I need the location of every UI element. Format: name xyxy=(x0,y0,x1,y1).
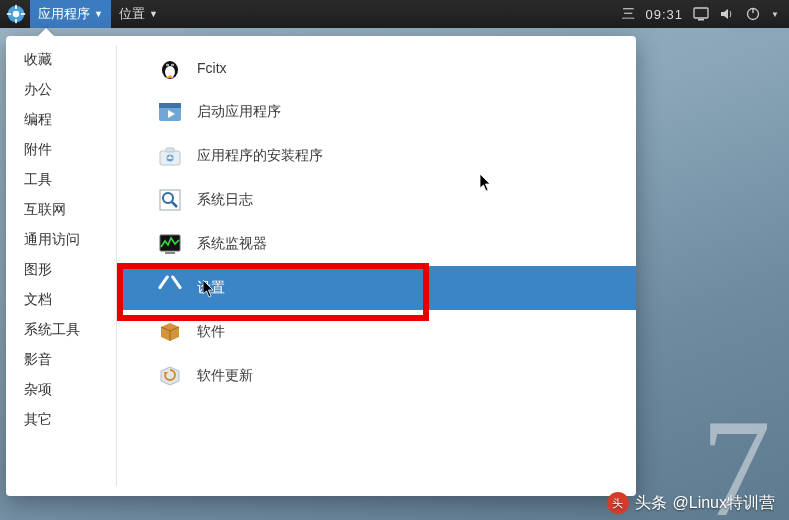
category-multimedia[interactable]: 影音 xyxy=(24,350,104,368)
category-development[interactable]: 编程 xyxy=(24,110,104,128)
app-label: 软件 xyxy=(197,323,225,341)
app-item-software-update[interactable]: 软件更新 xyxy=(117,354,636,398)
svg-point-14 xyxy=(167,65,168,66)
penguin-icon xyxy=(157,55,183,81)
svg-point-31 xyxy=(168,286,172,290)
software-icon xyxy=(157,319,183,345)
svg-rect-23 xyxy=(168,157,173,159)
distro-icon xyxy=(6,4,26,24)
app-item-software[interactable]: 软件 xyxy=(117,310,636,354)
category-universal-access[interactable]: 通用访问 xyxy=(24,230,104,248)
category-tools[interactable]: 工具 xyxy=(24,170,104,188)
app-item-settings[interactable]: 设置 xyxy=(117,266,636,310)
category-system-tools[interactable]: 系统工具 xyxy=(24,320,104,338)
app-label: 软件更新 xyxy=(197,367,253,385)
app-item-startup-apps[interactable]: 启动应用程序 xyxy=(117,90,636,134)
category-other[interactable]: 其它 xyxy=(24,410,104,428)
app-label: 启动应用程序 xyxy=(197,103,281,121)
app-label: 系统日志 xyxy=(197,191,253,209)
category-office[interactable]: 办公 xyxy=(24,80,104,98)
category-misc[interactable]: 杂项 xyxy=(24,380,104,398)
settings-icon xyxy=(157,275,183,301)
svg-rect-6 xyxy=(694,8,708,18)
watermark-handle: @Linux特训营 xyxy=(673,493,776,514)
svg-point-1 xyxy=(13,11,20,18)
watermark-badge-icon: 头 xyxy=(607,492,629,514)
caret-down-icon: ▼ xyxy=(149,9,158,19)
app-label: Fcitx xyxy=(197,60,227,76)
installer-icon xyxy=(157,143,183,169)
app-item-fcitx[interactable]: Fcitx xyxy=(117,46,636,90)
top-panel: 应用程序 ▼ 位置 ▼ 三 09:31 ▼ xyxy=(0,0,789,28)
power-icon[interactable] xyxy=(745,6,761,22)
caret-down-icon: ▼ xyxy=(771,10,779,19)
app-label: 设置 xyxy=(197,279,225,297)
category-favorites[interactable]: 收藏 xyxy=(24,50,104,68)
search-log-icon xyxy=(157,187,183,213)
watermark: 头 头条 @Linux特训营 xyxy=(607,492,776,514)
panel-status-area: 三 09:31 ▼ xyxy=(622,5,789,23)
app-item-system-monitor[interactable]: 系统监视器 xyxy=(117,222,636,266)
applications-menu-button[interactable]: 应用程序 ▼ xyxy=(30,0,111,28)
svg-rect-30 xyxy=(171,275,183,290)
svg-rect-5 xyxy=(21,13,25,15)
watermark-prefix: 头条 xyxy=(635,493,667,514)
panel-weekday[interactable]: 三 xyxy=(622,5,636,23)
application-list: Fcitx 启动应用程序 应用程序的安装程序 系统日志 系统监视器 xyxy=(117,36,636,496)
app-label: 系统监视器 xyxy=(197,235,267,253)
svg-rect-7 xyxy=(698,19,704,21)
svg-rect-2 xyxy=(15,5,17,9)
applications-menu-label: 应用程序 xyxy=(38,5,90,23)
category-internet[interactable]: 互联网 xyxy=(24,200,104,218)
app-item-system-log[interactable]: 系统日志 xyxy=(117,178,636,222)
svg-rect-4 xyxy=(7,13,11,15)
app-label: 应用程序的安装程序 xyxy=(197,147,323,165)
popover-arrow xyxy=(38,28,54,36)
category-accessories[interactable]: 附件 xyxy=(24,140,104,158)
svg-point-15 xyxy=(172,65,173,66)
monitor-icon xyxy=(157,231,183,257)
svg-rect-9 xyxy=(752,8,753,13)
svg-rect-17 xyxy=(159,103,181,108)
category-list: 收藏 办公 编程 附件 工具 互联网 通用访问 图形 文档 系统工具 影音 杂项… xyxy=(6,36,116,496)
places-menu-button[interactable]: 位置 ▼ xyxy=(111,0,166,28)
panel-clock[interactable]: 09:31 xyxy=(646,7,684,22)
category-documents[interactable]: 文档 xyxy=(24,290,104,308)
volume-icon[interactable] xyxy=(719,6,735,22)
display-icon[interactable] xyxy=(693,6,709,22)
svg-rect-28 xyxy=(165,252,175,254)
svg-rect-3 xyxy=(15,19,17,23)
svg-rect-29 xyxy=(158,275,170,290)
applications-popover: 收藏 办公 编程 附件 工具 互联网 通用访问 图形 文档 系统工具 影音 杂项… xyxy=(6,36,636,496)
app-item-installer[interactable]: 应用程序的安装程序 xyxy=(117,134,636,178)
launch-apps-icon xyxy=(157,99,183,125)
category-graphics[interactable]: 图形 xyxy=(24,260,104,278)
svg-rect-20 xyxy=(166,148,174,152)
places-menu-label: 位置 xyxy=(119,5,145,23)
caret-down-icon: ▼ xyxy=(94,9,103,19)
update-icon xyxy=(157,363,183,389)
